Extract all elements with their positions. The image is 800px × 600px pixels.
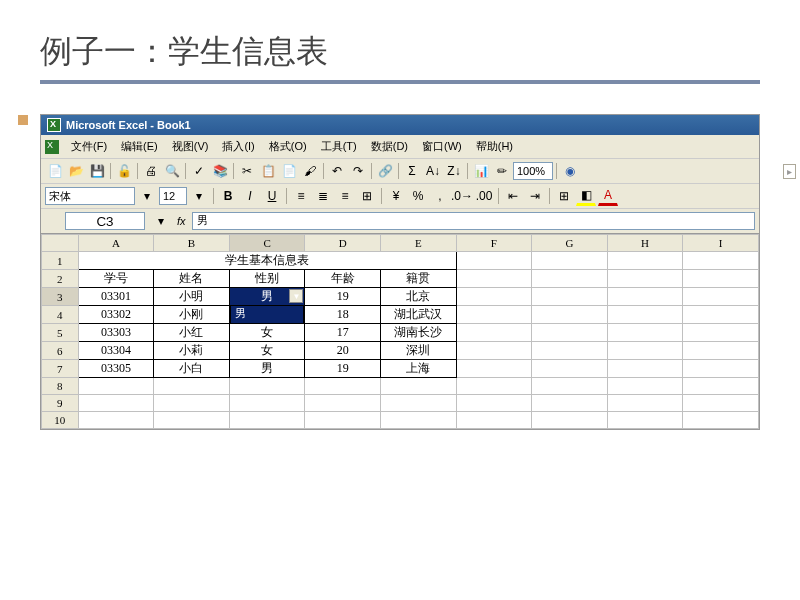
cell[interactable]: [456, 342, 532, 360]
table-title-cell[interactable]: 学生基本信息表: [78, 252, 456, 270]
new-button[interactable]: 📄: [45, 161, 65, 181]
cell-d4[interactable]: 18: [305, 306, 381, 324]
undo-button[interactable]: ↶: [327, 161, 347, 181]
menu-edit[interactable]: 编辑(E): [115, 137, 164, 156]
sort-desc-button[interactable]: Z↓: [444, 161, 464, 181]
paste-button[interactable]: 📄: [279, 161, 299, 181]
cell-e4[interactable]: 湖北武汉: [380, 306, 456, 324]
cell[interactable]: [456, 306, 532, 324]
cell[interactable]: [532, 378, 608, 395]
row-header-10[interactable]: 10: [42, 412, 79, 429]
cell[interactable]: [229, 412, 305, 429]
cell[interactable]: [607, 378, 683, 395]
cell[interactable]: [683, 342, 759, 360]
bold-button[interactable]: B: [218, 186, 238, 206]
cell[interactable]: [456, 412, 532, 429]
cell[interactable]: [607, 306, 683, 324]
borders-button[interactable]: ⊞: [554, 186, 574, 206]
decrease-decimal-button[interactable]: .00: [474, 186, 494, 206]
autosum-button[interactable]: Σ: [402, 161, 422, 181]
menu-file[interactable]: 文件(F): [65, 137, 113, 156]
cell-a3[interactable]: 03301: [78, 288, 154, 306]
cell-a7[interactable]: 03305: [78, 360, 154, 378]
cell[interactable]: [532, 395, 608, 412]
dropdown-option-female[interactable]: 女: [231, 321, 304, 324]
cell-c7[interactable]: 男: [229, 360, 305, 378]
row-header-6[interactable]: 6: [42, 342, 79, 360]
header-age[interactable]: 年龄: [305, 270, 381, 288]
cell[interactable]: [607, 324, 683, 342]
cell[interactable]: [229, 378, 305, 395]
cell[interactable]: [229, 395, 305, 412]
font-name-dropdown-icon[interactable]: ▾: [137, 186, 157, 206]
merge-center-button[interactable]: ⊞: [357, 186, 377, 206]
cell[interactable]: [532, 324, 608, 342]
menu-data[interactable]: 数据(D): [365, 137, 414, 156]
font-color-button[interactable]: A: [598, 186, 618, 206]
col-header-f[interactable]: F: [456, 235, 532, 252]
zoom-input[interactable]: [513, 162, 553, 180]
cell-e7[interactable]: 上海: [380, 360, 456, 378]
italic-button[interactable]: I: [240, 186, 260, 206]
menu-format[interactable]: 格式(O): [263, 137, 313, 156]
menu-insert[interactable]: 插入(I): [216, 137, 260, 156]
hyperlink-button[interactable]: 🔗: [375, 161, 395, 181]
name-box-dropdown-icon[interactable]: ▾: [151, 211, 171, 231]
drawing-button[interactable]: ✏: [492, 161, 512, 181]
menu-tools[interactable]: 工具(T): [315, 137, 363, 156]
cell[interactable]: [456, 288, 532, 306]
cell-e5[interactable]: 湖南长沙: [380, 324, 456, 342]
cell[interactable]: [683, 378, 759, 395]
cell[interactable]: [607, 360, 683, 378]
help-button[interactable]: ◉: [560, 161, 580, 181]
cell[interactable]: [456, 378, 532, 395]
cell[interactable]: [305, 395, 381, 412]
cell[interactable]: [380, 378, 456, 395]
name-box[interactable]: [65, 212, 145, 230]
increase-indent-button[interactable]: ⇥: [525, 186, 545, 206]
col-header-c[interactable]: C: [229, 235, 305, 252]
row-header-3[interactable]: 3: [42, 288, 79, 306]
cell[interactable]: [607, 252, 683, 270]
row-header-9[interactable]: 9: [42, 395, 79, 412]
cell[interactable]: [532, 306, 608, 324]
cell[interactable]: [456, 395, 532, 412]
col-header-b[interactable]: B: [154, 235, 230, 252]
cell[interactable]: [532, 342, 608, 360]
cell[interactable]: [78, 412, 154, 429]
cell-d5[interactable]: 17: [305, 324, 381, 342]
cell[interactable]: [456, 360, 532, 378]
cell[interactable]: [607, 288, 683, 306]
row-header-4[interactable]: 4: [42, 306, 79, 324]
cell-c6[interactable]: 女: [229, 342, 305, 360]
row-header-2[interactable]: 2: [42, 270, 79, 288]
validation-dropdown-list[interactable]: 男 女: [230, 306, 305, 324]
spelling-button[interactable]: ✓: [189, 161, 209, 181]
fx-label[interactable]: fx: [177, 215, 186, 227]
col-header-i[interactable]: I: [683, 235, 759, 252]
cell-b6[interactable]: 小莉: [154, 342, 230, 360]
redo-button[interactable]: ↷: [348, 161, 368, 181]
cell-e3[interactable]: 北京: [380, 288, 456, 306]
window-titlebar[interactable]: Microsoft Excel - Book1: [41, 115, 759, 135]
font-size-dropdown-icon[interactable]: ▾: [189, 186, 209, 206]
decrease-indent-button[interactable]: ⇤: [503, 186, 523, 206]
align-center-button[interactable]: ≣: [313, 186, 333, 206]
cut-button[interactable]: ✂: [237, 161, 257, 181]
currency-button[interactable]: ¥: [386, 186, 406, 206]
cell-d7[interactable]: 19: [305, 360, 381, 378]
menu-help[interactable]: 帮助(H): [470, 137, 519, 156]
cell[interactable]: [683, 306, 759, 324]
increase-decimal-button[interactable]: .0→: [452, 186, 472, 206]
col-header-a[interactable]: A: [78, 235, 154, 252]
align-right-button[interactable]: ≡: [335, 186, 355, 206]
cell[interactable]: [683, 324, 759, 342]
cell[interactable]: [456, 270, 532, 288]
cell[interactable]: [456, 324, 532, 342]
cell-a6[interactable]: 03304: [78, 342, 154, 360]
align-left-button[interactable]: ≡: [291, 186, 311, 206]
cell[interactable]: [532, 360, 608, 378]
select-all-corner[interactable]: [42, 235, 79, 252]
cell-b3[interactable]: 小明: [154, 288, 230, 306]
permission-button[interactable]: 🔓: [114, 161, 134, 181]
